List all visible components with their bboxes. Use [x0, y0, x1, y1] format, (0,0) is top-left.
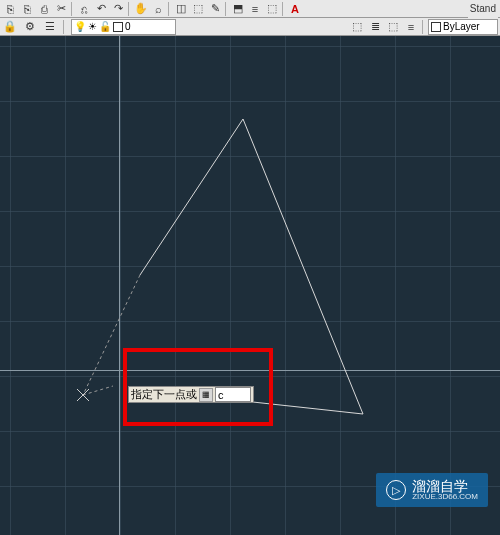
- lock-icon[interactable]: 🔒: [2, 19, 18, 35]
- separator: [63, 20, 66, 34]
- toolbar-row-1: ⎘ ⎘ ⎙ ✂ ⎌ ↶ ↷ ✋ ⌕ ◫ ⬚ ✎ ⬒ ≡ ⬚ A Stand: [0, 0, 500, 18]
- watermark-text: 溜溜自学 ZIXUE.3D66.COM: [412, 479, 478, 501]
- prompt-label: 指定下一点或: [131, 387, 197, 402]
- tool-icon[interactable]: ✂: [53, 1, 69, 17]
- command-input[interactable]: [215, 387, 251, 402]
- separator: [282, 2, 285, 16]
- color-swatch: [113, 22, 123, 32]
- play-icon: ▷: [386, 480, 406, 500]
- redo-icon[interactable]: ↷: [110, 1, 126, 17]
- tool-icon[interactable]: ✎: [207, 1, 223, 17]
- gear-icon[interactable]: ⚙: [22, 19, 38, 35]
- tool-icon[interactable]: ⎙: [36, 1, 52, 17]
- undo-icon[interactable]: ↶: [93, 1, 109, 17]
- watermark-subtitle: ZIXUE.3D66.COM: [412, 493, 478, 501]
- bylayer-dropdown[interactable]: ByLayer: [428, 19, 498, 35]
- list-icon[interactable]: ☰: [42, 19, 58, 35]
- drawing-lines: [0, 36, 500, 535]
- zoom-icon[interactable]: ⌕: [150, 1, 166, 17]
- sun-icon: ☀: [88, 21, 97, 32]
- toolbar-row-2: 🔒 ⚙ ☰ 💡 ☀ 🔓 0 ⬚ ≣ ⬚ ≡ ByLayer: [0, 18, 500, 36]
- prompt-options-icon[interactable]: ▦: [199, 388, 213, 402]
- pan-icon[interactable]: ✋: [133, 1, 149, 17]
- svg-line-6: [77, 389, 89, 401]
- svg-line-4: [83, 386, 113, 395]
- tool-icon[interactable]: ⎌: [76, 1, 92, 17]
- tool-icon[interactable]: ≡: [403, 19, 419, 35]
- separator: [128, 2, 131, 16]
- toolbar-title: Stand: [468, 0, 498, 18]
- watermark: ▷ 溜溜自学 ZIXUE.3D66.COM: [376, 473, 488, 507]
- separator: [71, 2, 74, 16]
- tool-icon[interactable]: ⬚: [349, 19, 365, 35]
- tool-icon[interactable]: ≣: [367, 19, 383, 35]
- separator: [168, 2, 171, 16]
- bylayer-label: ByLayer: [443, 21, 480, 32]
- tool-icon[interactable]: ⎘: [2, 1, 18, 17]
- tool-icon[interactable]: ⎘: [19, 1, 35, 17]
- axis-vertical: [119, 36, 120, 535]
- svg-line-5: [77, 389, 89, 401]
- layer-name: 0: [125, 21, 131, 32]
- tool-icon[interactable]: ⬒: [230, 1, 246, 17]
- axis-horizontal: [0, 370, 500, 371]
- drawing-canvas[interactable]: 指定下一点或 ▦ ▷ 溜溜自学 ZIXUE.3D66.COM: [0, 36, 500, 535]
- tool-icon[interactable]: ⬚: [385, 19, 401, 35]
- tool-icon[interactable]: ⬚: [190, 1, 206, 17]
- svg-line-0: [140, 119, 243, 275]
- tool-icon[interactable]: ≡: [247, 1, 263, 17]
- color-swatch: [431, 22, 441, 32]
- text-icon[interactable]: A: [287, 1, 303, 17]
- lock-open-icon: 🔓: [99, 21, 111, 32]
- svg-line-3: [83, 275, 140, 395]
- bulb-icon: 💡: [74, 21, 86, 32]
- separator: [422, 20, 425, 34]
- dynamic-input-prompt: 指定下一点或 ▦: [128, 386, 254, 403]
- tool-icon[interactable]: ⬚: [264, 1, 280, 17]
- layer-dropdown[interactable]: 💡 ☀ 🔓 0: [71, 19, 176, 35]
- separator: [225, 2, 228, 16]
- tool-icon[interactable]: ◫: [173, 1, 189, 17]
